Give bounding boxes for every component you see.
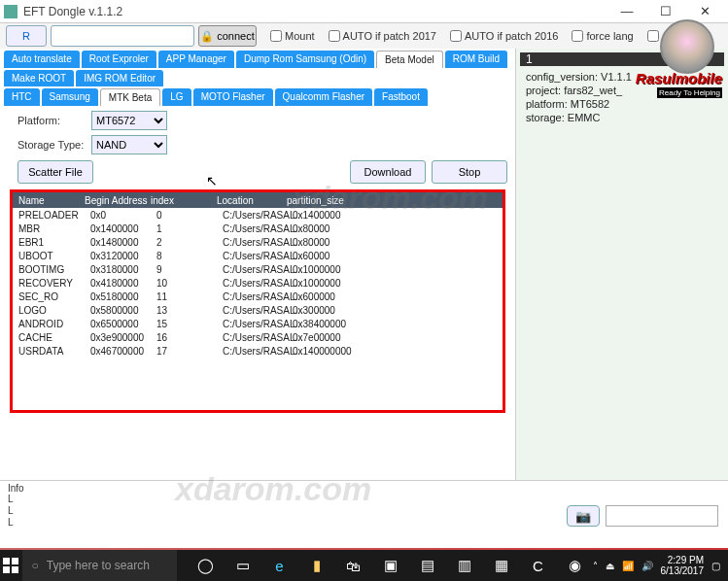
left-pane: Auto translateRoot ExprolerAPP ManagerDu… — [0, 49, 515, 480]
table-row[interactable]: ANDROID0x650000015C:/Users/RASAL...0x384… — [13, 317, 503, 330]
tab-rom-build[interactable]: ROM Build — [445, 51, 507, 68]
table-row[interactable]: UBOOT0x31200008C:/Users/RASAL...0x60000 — [13, 249, 503, 262]
config-line: storage: EMMC — [526, 111, 718, 124]
explorer-icon[interactable]: ▮ — [299, 550, 334, 581]
svg-rect-0 — [3, 558, 10, 564]
store-icon[interactable]: 🛍 — [336, 550, 371, 581]
taskbar-search-placeholder: Type here to search — [47, 559, 150, 572]
tab-qualcomm-flasher[interactable]: Qualcomm Flasher — [275, 88, 372, 106]
titlebar: EFT Dongle v.1.1.2 — ☐ ✕ — [0, 0, 728, 23]
cortana-icon[interactable]: ◯ — [189, 550, 224, 581]
tab-lg[interactable]: LG — [162, 88, 191, 106]
brand-slogan: Ready To Helping — [657, 87, 722, 98]
start-button[interactable] — [0, 550, 22, 581]
tabs-row-2: HTCSamsungMTK BetaLGMOTO FlasherQualcomm… — [4, 88, 511, 106]
tray-up-icon[interactable]: ˄ — [593, 561, 598, 571]
app-icon-2[interactable]: ▤ — [410, 550, 445, 581]
tray-volume-icon[interactable]: 🔊 — [641, 561, 653, 571]
table-row[interactable]: MBR0x14000001C:/Users/RASAL...0x80000 — [13, 222, 503, 235]
platform-select[interactable]: MT6572 — [91, 111, 167, 130]
app-icon-4[interactable]: ▦ — [484, 550, 519, 581]
table-row[interactable]: LOGO0x580000013C:/Users/RASAL...0x300000 — [13, 303, 503, 317]
chk-mount[interactable]: Mount — [270, 30, 315, 42]
device-combo[interactable] — [51, 25, 194, 47]
tray-usb-icon[interactable]: ⏏ — [606, 561, 614, 571]
app-icon — [4, 5, 17, 18]
app-icon-3[interactable]: ▥ — [447, 550, 482, 581]
storage-select[interactable]: NAND — [91, 135, 167, 154]
svg-rect-2 — [3, 566, 10, 573]
edge-icon[interactable]: e — [262, 550, 297, 581]
app-icon-5[interactable]: C — [521, 550, 556, 581]
table-header: Name Begin Address index Location partit… — [13, 192, 503, 208]
close-button[interactable]: ✕ — [685, 1, 724, 22]
tab-htc[interactable]: HTC — [4, 88, 40, 106]
scatter-file-button[interactable]: Scatter File — [17, 160, 93, 184]
avatar — [660, 19, 714, 74]
tab-moto-flasher[interactable]: MOTO Flasher — [193, 88, 273, 106]
tab-make-root[interactable]: Make ROOT — [4, 70, 74, 86]
table-row[interactable]: USRDATA0x4670000017C:/Users/RASAL...0x14… — [13, 344, 503, 358]
table-row[interactable]: CACHE0x3e90000016C:/Users/RASAL...0x7e00… — [13, 330, 503, 344]
svg-rect-3 — [12, 566, 18, 573]
app-icon-1[interactable]: ▣ — [373, 550, 408, 581]
tabs-row-1: Auto translateRoot ExprolerAPP ManagerDu… — [4, 51, 511, 86]
maximize-button[interactable]: ☐ — [646, 1, 685, 22]
table-row[interactable]: SEC_RO0x518000011C:/Users/RASAL...0x6000… — [13, 290, 503, 303]
table-row[interactable]: EBR10x14800002C:/Users/RASAL...0x80000 — [13, 235, 503, 249]
table-row[interactable]: BOOTIMG0x31800009C:/Users/RASAL...0x1000… — [13, 262, 503, 276]
connect-label: connect — [217, 30, 255, 42]
tab-auto-translate[interactable]: Auto translate — [4, 51, 80, 68]
taskbar-search[interactable]: ○ Type here to search — [22, 550, 177, 581]
tab-root-exproler[interactable]: Root Exproler — [82, 51, 156, 68]
tab-fastboot[interactable]: Fastboot — [374, 88, 428, 106]
partition-table: Name Begin Address index Location partit… — [10, 189, 505, 413]
app-icon-6[interactable]: ◉ — [558, 550, 593, 581]
tab-samsung[interactable]: Samsung — [42, 88, 98, 106]
stop-button[interactable]: Stop — [432, 160, 507, 184]
tab-mtk-beta[interactable]: MTK Beta — [100, 88, 160, 106]
notification-icon[interactable]: ▢ — [711, 561, 720, 571]
taskview-icon[interactable]: ▭ — [225, 550, 260, 581]
toolbar: R 🔒 connect Mount AUTO if patch 2017 AUT… — [0, 23, 728, 49]
search-icon: ○ — [32, 559, 39, 572]
window-title: EFT Dongle v.1.1.2 — [23, 5, 607, 18]
chk-auto-2016[interactable]: AUTO if patch 2016 — [450, 30, 558, 42]
tab-app-manager[interactable]: APP Manager — [158, 51, 234, 68]
tab-img-rom-editor[interactable]: IMG ROM Editor — [76, 70, 163, 86]
connect-button[interactable]: 🔒 connect — [198, 25, 257, 47]
tray-wifi-icon[interactable]: 📶 — [622, 561, 634, 571]
clock[interactable]: 2:29 PM 6/13/2017 — [661, 555, 705, 576]
tab-dump-rom-samsung-odin-[interactable]: Dump Rom Samsung (Odin) — [236, 51, 374, 68]
tab-beta-model[interactable]: Beta Model — [376, 51, 443, 68]
minimize-button[interactable]: — — [607, 1, 646, 22]
info-title: Info — [8, 483, 720, 494]
svg-rect-1 — [12, 558, 18, 564]
platform-label: Platform: — [17, 115, 91, 126]
table-row[interactable]: RECOVERY0x418000010C:/Users/RASAL...0x10… — [13, 276, 503, 290]
table-row[interactable]: PRELOADER0x00C:/Users/RASAL...0x1400000 — [13, 208, 503, 222]
right-pane: 1 config_version: V1.1.1project: fars82_… — [515, 49, 728, 480]
refresh-button[interactable]: R — [6, 25, 47, 47]
storage-label: Storage Type: — [17, 139, 91, 151]
chk-force-lang[interactable]: force lang — [572, 30, 633, 42]
bottom-search-input[interactable] — [606, 505, 718, 527]
camera-button[interactable]: 📷 — [567, 505, 600, 527]
taskbar: ○ Type here to search ◯ ▭ e ▮ 🛍 ▣ ▤ ▥ ▦ … — [0, 550, 728, 581]
download-button[interactable]: Download — [350, 160, 426, 184]
chk-auto-2017[interactable]: AUTO if patch 2017 — [329, 30, 436, 42]
config-line: platform: MT6582 — [526, 97, 718, 111]
